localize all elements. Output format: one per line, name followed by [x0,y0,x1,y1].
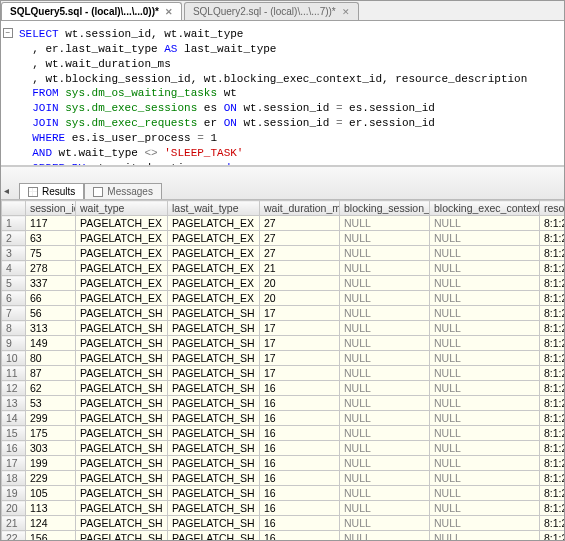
cell[interactable]: 16 [260,486,340,501]
row-number[interactable]: 2 [2,231,26,246]
cell[interactable]: NULL [340,276,430,291]
cell[interactable]: NULL [430,306,540,321]
cell[interactable]: NULL [430,456,540,471]
cell[interactable]: NULL [430,381,540,396]
cell[interactable]: NULL [430,471,540,486]
cell[interactable]: 8:1:20354 [540,501,565,516]
cell[interactable]: 16 [260,516,340,531]
cell[interactable]: 17 [260,366,340,381]
close-icon[interactable]: ✕ [342,7,350,17]
cell[interactable]: 124 [26,516,76,531]
cell[interactable]: PAGELATCH_SH [76,396,168,411]
cell[interactable]: PAGELATCH_SH [168,426,260,441]
cell[interactable]: PAGELATCH_SH [168,366,260,381]
row-number[interactable]: 1 [2,216,26,231]
row-number[interactable]: 7 [2,306,26,321]
cell[interactable]: 303 [26,441,76,456]
cell[interactable]: 8:1:20354 [540,396,565,411]
cell[interactable]: 17 [260,306,340,321]
cell[interactable]: 8:1:20354 [540,486,565,501]
column-header[interactable]: blocking_session_id [340,201,430,216]
cell[interactable]: NULL [430,336,540,351]
cell[interactable]: 8:1:20354 [540,306,565,321]
cell[interactable]: 27 [260,246,340,261]
cell[interactable]: PAGELATCH_SH [168,306,260,321]
cell[interactable]: NULL [430,516,540,531]
cell[interactable]: NULL [340,321,430,336]
cell[interactable]: NULL [430,291,540,306]
cell[interactable]: PAGELATCH_SH [168,501,260,516]
cell[interactable]: 8:1:20354 [540,456,565,471]
cell[interactable]: NULL [430,216,540,231]
row-number[interactable]: 13 [2,396,26,411]
cell[interactable]: NULL [340,531,430,541]
cell[interactable]: PAGELATCH_SH [76,441,168,456]
tab-results[interactable]: Results [19,183,84,199]
cell[interactable]: PAGELATCH_EX [168,276,260,291]
row-number[interactable]: 12 [2,381,26,396]
column-header[interactable]: last_wait_type [168,201,260,216]
row-number[interactable]: 17 [2,456,26,471]
cell[interactable]: 8:1:20354 [540,366,565,381]
cell[interactable]: PAGELATCH_SH [168,396,260,411]
table-row[interactable]: 9149PAGELATCH_SHPAGELATCH_SH17NULLNULL8:… [2,336,565,351]
row-number[interactable]: 8 [2,321,26,336]
cell[interactable]: PAGELATCH_EX [76,291,168,306]
row-number[interactable]: 10 [2,351,26,366]
cell[interactable]: PAGELATCH_SH [76,306,168,321]
row-number[interactable]: 6 [2,291,26,306]
cell[interactable]: 20 [260,276,340,291]
cell[interactable]: NULL [340,351,430,366]
cell[interactable]: 278 [26,261,76,276]
results-grid[interactable]: session_idwait_typelast_wait_typewait_du… [1,200,564,540]
table-row[interactable]: 375PAGELATCH_EXPAGELATCH_EX27NULLNULL8:1… [2,246,565,261]
table-row[interactable]: 666PAGELATCH_EXPAGELATCH_EX20NULLNULL8:1… [2,291,565,306]
row-number[interactable]: 5 [2,276,26,291]
column-header[interactable]: session_id [26,201,76,216]
table-row[interactable]: 21124PAGELATCH_SHPAGELATCH_SH16NULLNULL8… [2,516,565,531]
cell[interactable]: NULL [340,306,430,321]
cell[interactable]: 27 [260,216,340,231]
column-header[interactable]: wait_duration_ms [260,201,340,216]
cell[interactable]: 117 [26,216,76,231]
table-row[interactable]: 263PAGELATCH_EXPAGELATCH_EX27NULLNULL8:1… [2,231,565,246]
cell[interactable]: PAGELATCH_SH [76,531,168,541]
cell[interactable]: NULL [430,531,540,541]
cell[interactable]: PAGELATCH_SH [168,456,260,471]
cell[interactable]: 8:1:20354 [540,231,565,246]
table-row[interactable]: 756PAGELATCH_SHPAGELATCH_SH17NULLNULL8:1… [2,306,565,321]
cell[interactable]: NULL [430,231,540,246]
cell[interactable]: NULL [430,426,540,441]
column-header[interactable]: blocking_exec_context_id [430,201,540,216]
row-number[interactable]: 15 [2,426,26,441]
cell[interactable]: PAGELATCH_EX [168,231,260,246]
table-row[interactable]: 1080PAGELATCH_SHPAGELATCH_SH17NULLNULL8:… [2,351,565,366]
cell[interactable]: 27 [260,231,340,246]
row-number[interactable]: 11 [2,366,26,381]
cell[interactable]: PAGELATCH_SH [76,471,168,486]
cell[interactable]: PAGELATCH_EX [76,231,168,246]
row-header-corner[interactable] [2,201,26,216]
cell[interactable]: 8:1:20354 [540,336,565,351]
cell[interactable]: NULL [430,501,540,516]
cell[interactable]: PAGELATCH_SH [168,381,260,396]
cell[interactable]: NULL [430,261,540,276]
cell[interactable]: 299 [26,411,76,426]
cell[interactable]: 8:1:20354 [540,441,565,456]
cell[interactable]: 56 [26,306,76,321]
table-row[interactable]: 5337PAGELATCH_EXPAGELATCH_EX20NULLNULL8:… [2,276,565,291]
table-row[interactable]: 17199PAGELATCH_SHPAGELATCH_SH16NULLNULL8… [2,456,565,471]
cell[interactable]: NULL [340,516,430,531]
cell[interactable]: 16 [260,441,340,456]
cell[interactable]: 53 [26,396,76,411]
row-number[interactable]: 22 [2,531,26,541]
cell[interactable]: NULL [430,246,540,261]
cell[interactable]: PAGELATCH_SH [76,351,168,366]
cell[interactable]: 8:1:20354 [540,411,565,426]
table-row[interactable]: 4278PAGELATCH_EXPAGELATCH_EX21NULLNULL8:… [2,261,565,276]
cell[interactable]: 63 [26,231,76,246]
cell[interactable]: PAGELATCH_SH [76,321,168,336]
cell[interactable]: PAGELATCH_EX [168,246,260,261]
tab-messages[interactable]: Messages [84,183,162,199]
cell[interactable]: PAGELATCH_SH [76,411,168,426]
